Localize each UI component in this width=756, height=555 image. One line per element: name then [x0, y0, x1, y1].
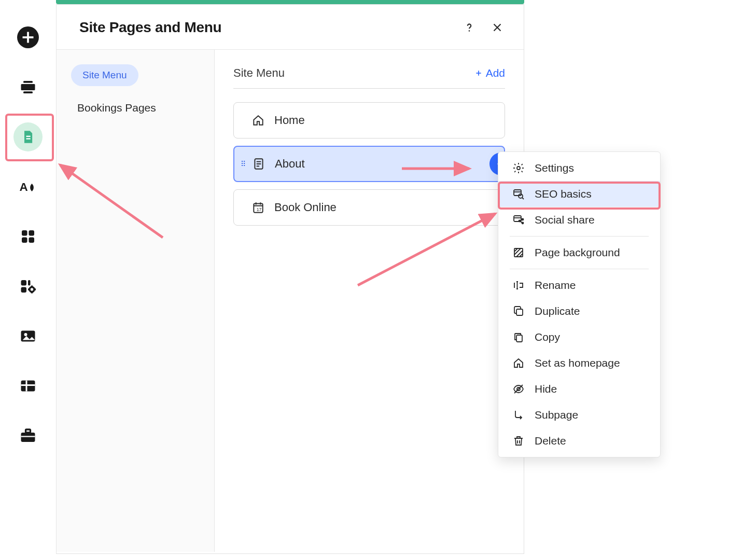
briefcase-icon	[19, 426, 37, 445]
menu-item-seo-basics[interactable]: SEO basics	[498, 181, 660, 207]
page-icon	[21, 130, 35, 144]
pages-panel: Site Pages and Menu Site Menu Bookings P…	[56, 4, 524, 554]
menu-label: Set as homepage	[535, 357, 620, 369]
plus-icon	[474, 69, 483, 77]
menu-item-delete[interactable]: Delete	[498, 428, 660, 454]
svg-rect-25	[21, 433, 35, 442]
business-button[interactable]	[13, 421, 43, 450]
left-toolbar: A	[0, 0, 56, 555]
svg-rect-46	[514, 190, 521, 196]
svg-rect-26	[26, 429, 31, 433]
cms-button[interactable]	[13, 371, 43, 400]
image-icon	[19, 327, 37, 345]
svg-rect-4	[23, 91, 33, 93]
svg-rect-3	[23, 81, 33, 83]
close-icon	[491, 21, 504, 34]
panel-left-sidebar: Site Menu Bookings Pages	[57, 50, 215, 552]
media-button[interactable]	[13, 322, 43, 351]
copy-icon	[512, 331, 525, 343]
page-label: Book Online	[274, 201, 337, 214]
add-button[interactable]	[13, 23, 43, 52]
menu-item-copy[interactable]: Copy	[498, 324, 660, 350]
menu-item-duplicate[interactable]: Duplicate	[498, 298, 660, 324]
share-icon	[512, 214, 525, 226]
svg-point-28	[469, 30, 470, 32]
page-item-about[interactable]: ⠿ About	[233, 146, 505, 182]
trash-icon	[512, 435, 525, 447]
svg-rect-62	[516, 309, 523, 315]
menu-label: Settings	[535, 162, 574, 174]
calendar-icon: 17	[251, 201, 265, 214]
menu-label: Social share	[535, 214, 595, 226]
section-title: Site Menu	[233, 66, 285, 80]
help-icon	[463, 21, 476, 34]
apps-button[interactable]	[13, 222, 43, 251]
panel-title: Site Pages and Menu	[79, 19, 221, 36]
panel-header: Site Pages and Menu	[57, 5, 524, 50]
help-button[interactable]	[463, 21, 476, 34]
menu-item-subpage[interactable]: Subpage	[498, 402, 660, 428]
menu-label: SEO basics	[535, 188, 592, 200]
seo-icon	[512, 188, 525, 200]
svg-rect-9	[29, 230, 35, 236]
svg-point-48	[519, 194, 523, 198]
app-settings-button[interactable]	[13, 272, 43, 301]
svg-point-45	[517, 166, 520, 170]
subpage-icon	[512, 409, 525, 421]
svg-point-15	[30, 287, 34, 292]
svg-rect-8	[22, 230, 27, 236]
menu-item-rename[interactable]: Rename	[498, 272, 660, 298]
panel-right-content: Site Menu Add Home ⠿	[215, 50, 524, 552]
hide-icon	[512, 383, 525, 395]
background-icon	[512, 246, 525, 259]
grid-icon	[19, 227, 37, 246]
sections-icon	[19, 78, 37, 96]
top-accent-bar	[56, 0, 524, 4]
plus-icon	[19, 28, 37, 47]
svg-rect-11	[29, 238, 35, 243]
menu-item-hide[interactable]: Hide	[498, 376, 660, 402]
sections-button[interactable]	[13, 73, 43, 102]
menu-separator	[510, 236, 649, 237]
tab-site-menu[interactable]: Site Menu	[71, 64, 138, 86]
svg-rect-63	[516, 335, 522, 342]
theme-icon: A	[19, 177, 37, 196]
gear-icon	[512, 162, 525, 174]
table-icon	[19, 377, 37, 395]
menu-label: Hide	[535, 383, 557, 395]
theme-button[interactable]: A	[13, 172, 43, 201]
menu-label: Rename	[535, 279, 576, 292]
svg-text:17: 17	[257, 207, 262, 212]
add-page-button[interactable]: Add	[474, 67, 505, 79]
page-item-home[interactable]: Home	[233, 102, 505, 138]
page-item-book-online[interactable]: 17 Book Online	[233, 189, 505, 226]
drag-handle-icon[interactable]: ⠿	[241, 160, 246, 168]
page-label: About	[275, 157, 305, 171]
menu-label: Duplicate	[535, 305, 580, 317]
page-list: Home ⠿ About 17 Book Online	[233, 102, 505, 226]
svg-text:A: A	[20, 181, 28, 193]
menu-item-page-background[interactable]: Page background	[498, 240, 660, 266]
menu-item-social-share[interactable]: Social share	[498, 207, 660, 233]
pages-button[interactable]	[13, 122, 43, 151]
svg-line-49	[522, 198, 524, 199]
svg-rect-10	[22, 238, 27, 243]
duplicate-icon	[512, 305, 525, 317]
svg-line-56	[520, 221, 522, 223]
svg-line-55	[520, 220, 522, 221]
svg-rect-14	[28, 280, 31, 286]
menu-item-settings[interactable]: Settings	[498, 155, 660, 181]
page-context-menu: Settings SEO basics Social share Page ba…	[498, 151, 661, 457]
menu-label: Page background	[535, 246, 620, 259]
menu-label: Copy	[535, 331, 560, 343]
close-button[interactable]	[491, 21, 504, 34]
tab-bookings-pages[interactable]: Bookings Pages	[67, 98, 204, 118]
menu-label: Subpage	[535, 409, 578, 421]
page-doc-icon	[252, 157, 265, 171]
rename-icon	[512, 279, 525, 292]
home-icon	[251, 114, 265, 127]
svg-rect-12	[21, 280, 27, 286]
grid-gear-icon	[19, 277, 37, 296]
menu-item-set-homepage[interactable]: Set as homepage	[498, 350, 660, 376]
svg-rect-13	[21, 287, 27, 293]
